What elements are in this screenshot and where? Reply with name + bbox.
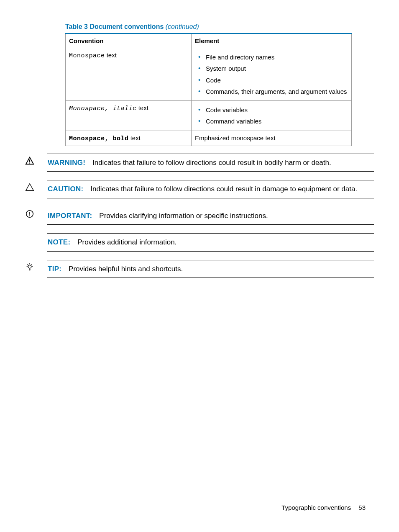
footer-section-title: Typographic conventions bbox=[281, 504, 351, 511]
convention-monospace-italic: Monospace, italic bbox=[69, 105, 137, 112]
callouts-section: WARNING! Indicates that failure to follo… bbox=[25, 154, 374, 278]
info-circle-icon bbox=[25, 207, 47, 218]
svg-point-4 bbox=[29, 215, 30, 216]
convention-text-suffix: text bbox=[105, 51, 117, 59]
element-plain-text: Emphasized monospace text bbox=[191, 131, 351, 146]
callout-note: NOTE: Provides additional information. bbox=[25, 233, 374, 252]
list-item: System output bbox=[202, 63, 347, 74]
table-row: Monospace, italic text Code variables Co… bbox=[66, 101, 352, 131]
callout-important: IMPORTANT: Provides clarifying informati… bbox=[25, 207, 374, 225]
callout-label: TIP: bbox=[48, 265, 61, 273]
callout-text: Provides clarifying information or speci… bbox=[99, 212, 268, 220]
table-caption-continued: (continued) bbox=[166, 23, 199, 30]
callout-warning: WARNING! Indicates that failure to follo… bbox=[25, 154, 374, 172]
convention-text-suffix: text bbox=[137, 104, 148, 111]
table-row: Monospace text File and directory names … bbox=[66, 48, 352, 101]
svg-point-1 bbox=[29, 162, 30, 163]
col-header-convention: Convention bbox=[66, 33, 192, 48]
svg-line-9 bbox=[28, 264, 28, 265]
svg-point-5 bbox=[28, 265, 31, 268]
convention-text-suffix: text bbox=[129, 134, 141, 141]
callout-tip: TIP: Provides helpful hints and shortcut… bbox=[25, 260, 374, 278]
list-item: Commands, their arguments, and argument … bbox=[202, 86, 347, 97]
element-list: File and directory names System output C… bbox=[195, 51, 347, 97]
warning-triangle-filled-icon bbox=[25, 154, 47, 165]
convention-monospace-bold: Monospace, bold bbox=[69, 135, 129, 142]
list-item: File and directory names bbox=[202, 51, 347, 63]
callout-caution: CAUTION: Indicates that failure to follo… bbox=[25, 180, 374, 198]
table-caption-title: Table 3 Document conventions bbox=[65, 23, 164, 30]
table-row: Monospace, bold text Emphasized monospac… bbox=[66, 131, 352, 146]
callout-label: IMPORTANT: bbox=[48, 212, 92, 220]
svg-line-10 bbox=[31, 264, 32, 265]
element-list: Code variables Command variables bbox=[195, 104, 347, 127]
callout-text: Indicates that failure to follow directi… bbox=[92, 159, 331, 167]
callout-text: Provides additional information. bbox=[77, 238, 176, 246]
col-header-element: Element bbox=[191, 33, 351, 48]
footer-page-number: 53 bbox=[358, 504, 366, 511]
list-item: Code bbox=[202, 75, 347, 86]
callout-text: Provides helpful hints and shortcuts. bbox=[69, 265, 183, 273]
callout-label: NOTE: bbox=[48, 238, 70, 246]
convention-monospace: Monospace bbox=[69, 52, 105, 59]
callout-text: Indicates that failure to follow directi… bbox=[90, 185, 357, 193]
callout-label: WARNING! bbox=[48, 159, 85, 167]
list-item: Command variables bbox=[202, 116, 347, 127]
conventions-table: Convention Element Monospace text File a… bbox=[65, 33, 352, 146]
table-caption: Table 3 Document conventions (continued) bbox=[65, 23, 374, 31]
page-footer: Typographic conventions 53 bbox=[281, 504, 366, 511]
list-item: Code variables bbox=[202, 104, 347, 116]
warning-triangle-outline-icon bbox=[25, 180, 47, 192]
callout-label: CAUTION: bbox=[48, 185, 84, 193]
lightbulb-icon bbox=[25, 260, 47, 272]
note-no-icon bbox=[25, 233, 47, 236]
